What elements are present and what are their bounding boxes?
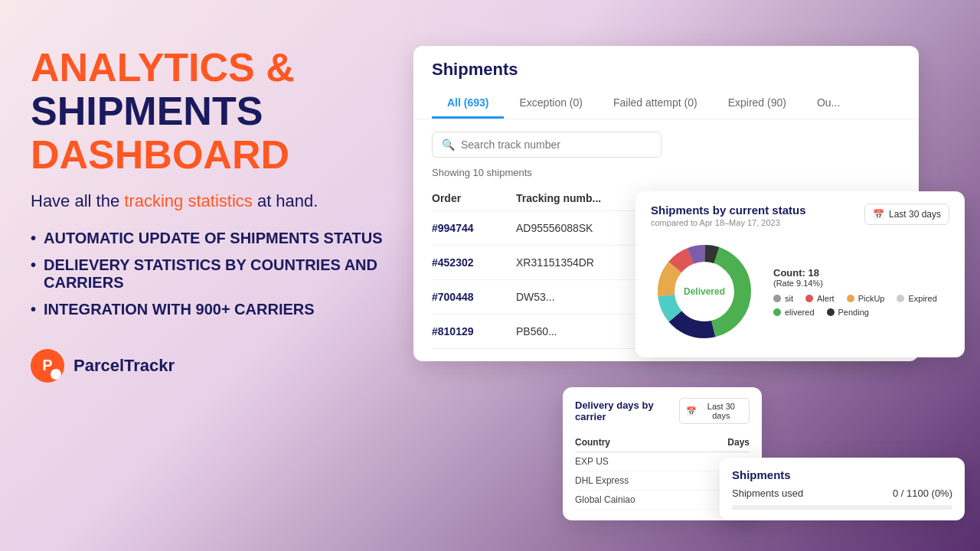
brand: P ParcelTrackr bbox=[31, 349, 383, 383]
delivery-table-header: Country Days bbox=[575, 433, 750, 452]
delivery-card-header: Delivery days by carrier 📅 Last 30 days bbox=[575, 398, 750, 424]
tab-other[interactable]: Ou... bbox=[802, 89, 855, 119]
bullet-1: AUTOMATIC UPDATE OF SHIPMENTS STATUS bbox=[31, 230, 383, 247]
legend-dot-pending bbox=[827, 308, 835, 316]
bullets-list: AUTOMATIC UPDATE OF SHIPMENTS STATUS DEL… bbox=[31, 230, 383, 318]
headline-line3: DASHBOARD bbox=[31, 132, 289, 177]
su-title: Shipments bbox=[732, 468, 952, 481]
tracking-4: PB560... bbox=[516, 325, 639, 337]
legend-dot-alert bbox=[805, 295, 813, 302]
tracking-1: AD95556088SK bbox=[516, 222, 639, 234]
left-panel: ANALYTICS & SHIPMENTS DASHBOARD Have all… bbox=[31, 46, 383, 383]
donut-container: Delivered Count: 18 (Rate 9.14%) sit Ale… bbox=[651, 238, 949, 345]
brand-logo: P bbox=[31, 349, 64, 383]
shipments-used-card: Shipments Shipments used 0 / 1100 (0%) bbox=[720, 458, 965, 520]
tab-exception[interactable]: Exception (0) bbox=[504, 89, 597, 119]
legend-item: Expired bbox=[897, 294, 936, 303]
chart-legend: Count: 18 (Rate 9.14%) sit Alert PickUp bbox=[773, 267, 949, 317]
calendar-icon: 📅 bbox=[873, 209, 884, 220]
legend-item: elivered bbox=[773, 308, 815, 317]
delivery-date-btn[interactable]: 📅 Last 30 days bbox=[679, 398, 750, 424]
legend-item: Pending bbox=[827, 308, 869, 317]
dashboard-area: Shipments All (693) Exception (0) Failed… bbox=[413, 46, 965, 520]
tab-all[interactable]: All (693) bbox=[432, 89, 504, 119]
legend-item: PickUp bbox=[847, 294, 885, 303]
su-progress-bar-bg bbox=[732, 505, 952, 510]
tab-expired[interactable]: Expired (90) bbox=[713, 89, 802, 119]
order-3: #700448 bbox=[432, 291, 501, 303]
bullet-3: INTEGRATION WITH 900+ CARRIERS bbox=[31, 301, 383, 318]
chart-rate: (Rate 9.14%) bbox=[773, 279, 949, 288]
tracking-3: DW53... bbox=[516, 291, 639, 303]
col-tracking-header: Tracking numb... bbox=[516, 192, 639, 204]
status-chart-subtitle: compared to Apr 18–May 17, 2023 bbox=[651, 218, 806, 227]
legend-item: sit bbox=[773, 294, 793, 303]
su-row: Shipments used 0 / 1100 (0%) bbox=[732, 487, 952, 499]
headline-line2: SHIPMENTS bbox=[31, 89, 263, 133]
card-header: Shipments All (693) Exception (0) Failed… bbox=[413, 46, 919, 119]
su-value: 0 / 1100 (0%) bbox=[893, 487, 952, 499]
calendar-icon-delivery: 📅 bbox=[686, 406, 697, 416]
headline: ANALYTICS & SHIPMENTS DASHBOARD bbox=[31, 46, 383, 178]
search-icon: 🔍 bbox=[442, 139, 455, 151]
search-bar[interactable]: 🔍 bbox=[432, 132, 662, 158]
chart-count: Count: 18 bbox=[773, 267, 949, 279]
status-chart-info: Shipments by current status compared to … bbox=[651, 204, 806, 227]
col-order-header: Order bbox=[432, 192, 501, 204]
order-2: #452302 bbox=[432, 256, 501, 269]
legend-dot-pickup bbox=[847, 295, 854, 302]
status-chart-header: Shipments by current status compared to … bbox=[651, 204, 949, 227]
headline-line1: ANALYTICS & bbox=[31, 45, 295, 90]
status-chart-date-btn[interactable]: 📅 Last 30 days bbox=[864, 204, 949, 225]
tab-failed-attempt[interactable]: Failed attempt (0) bbox=[598, 89, 713, 119]
subheading: Have all the tracking statistics at hand… bbox=[31, 191, 383, 211]
donut-center-label: Delivered bbox=[684, 286, 725, 297]
legend-items: sit Alert PickUp Expired bbox=[773, 294, 949, 317]
bullet-2: DELIEVERY STATISTICS BY COUNTRIES AND CA… bbox=[31, 256, 383, 292]
tracking-2: XR31151354DR bbox=[516, 256, 639, 269]
order-4: #810129 bbox=[432, 325, 501, 337]
legend-dot-delivered bbox=[773, 308, 781, 316]
su-label: Shipments used bbox=[732, 487, 803, 499]
order-1: #994744 bbox=[432, 222, 501, 234]
legend-item: Alert bbox=[805, 294, 835, 303]
brand-name: ParcelTrackr bbox=[74, 356, 175, 376]
status-chart-title: Shipments by current status bbox=[651, 204, 806, 217]
tabs: All (693) Exception (0) Failed attempt (… bbox=[432, 89, 900, 119]
legend-dot-sit bbox=[773, 295, 781, 302]
showing-text: Showing 10 shipments bbox=[432, 167, 900, 178]
card-title: Shipments bbox=[432, 60, 900, 80]
search-input[interactable] bbox=[461, 139, 595, 151]
delivery-card-title: Delivery days by carrier bbox=[575, 399, 679, 422]
status-chart-card: Shipments by current status compared to … bbox=[635, 191, 965, 357]
legend-dot-expired bbox=[897, 295, 904, 302]
donut-chart: Delivered bbox=[651, 238, 758, 345]
